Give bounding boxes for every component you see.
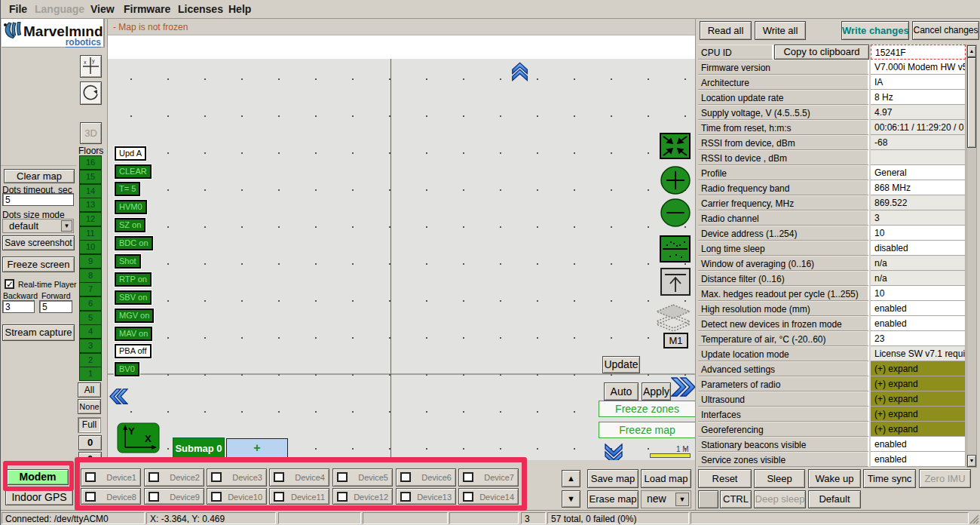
svg-text:Y: Y [128, 425, 135, 437]
svg-text:x: x [84, 60, 87, 65]
svg-text:X: X [145, 433, 152, 444]
svg-text:y: y [92, 58, 95, 64]
